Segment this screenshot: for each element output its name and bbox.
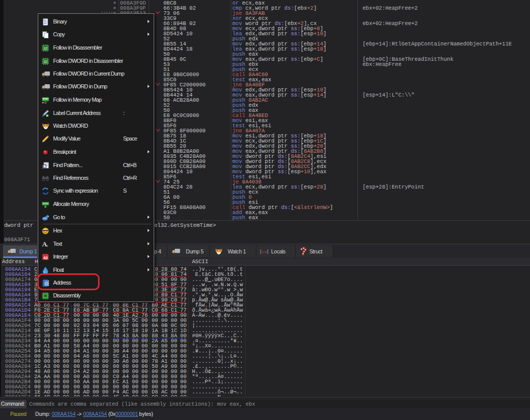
svg-text:10: 10 [44, 22, 47, 25]
svg-text:42: 42 [43, 255, 48, 260]
svg-text:x: x [261, 249, 264, 254]
svg-text:32: 32 [43, 46, 47, 50]
svg-text:z: z [46, 244, 48, 248]
svg-text:32: 32 [43, 60, 47, 63]
svg-text:=: = [264, 249, 267, 254]
